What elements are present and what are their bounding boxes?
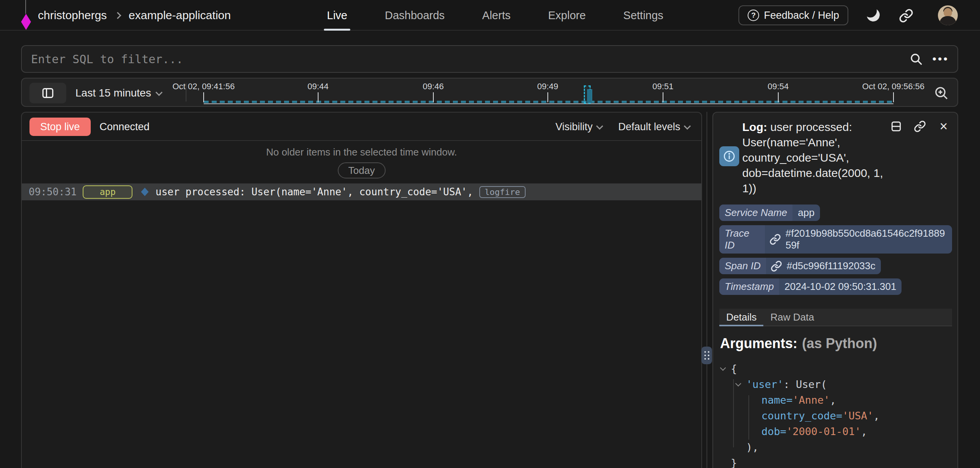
nav-tabs: LiveDashboardsAlertsExploreSettings (324, 0, 666, 31)
code-token: , (830, 394, 836, 406)
panel-resize-handle[interactable] (701, 347, 712, 364)
timeline-tick-label: 09:51 (652, 82, 673, 92)
sidebar-toggle-button[interactable] (29, 83, 66, 103)
time-range-dropdown[interactable]: Last 15 minutes (75, 79, 162, 108)
nav-tab-live[interactable]: Live (324, 0, 350, 31)
top-nav: christophergs example-application LiveDa… (0, 0, 980, 31)
field-chip-trace-id[interactable]: Trace ID#f2019b98b550cd8a61546c2f9188959… (719, 225, 952, 254)
arguments-heading: Arguments:(as Python) (720, 335, 877, 352)
code-token: 'user' (746, 378, 784, 390)
default-levels-label: Default levels (618, 121, 680, 133)
field-value: 2024-10-02 09:50:31.301 (779, 278, 902, 295)
code-line: country_code='USA', (720, 408, 950, 424)
nav-tab-dashboards[interactable]: Dashboards (382, 0, 448, 31)
field-chip-service-name[interactable]: Service Nameapp (719, 205, 820, 221)
timeline-tick-mark (663, 92, 663, 102)
collapse-chevron-icon[interactable] (720, 365, 726, 371)
nav-tab-settings[interactable]: Settings (620, 0, 666, 31)
close-panel-button[interactable]: × (937, 119, 951, 133)
timeline-tick-mark (433, 92, 434, 102)
scope-badge[interactable]: logfire (479, 186, 526, 198)
live-panel-header: Stop live Connected Visibility Default l… (22, 113, 701, 141)
code-line: } (720, 455, 950, 468)
timeline-tick-mark (893, 92, 894, 102)
field-value: #f2019b98b550cd8a61546c2f9188959f (782, 225, 952, 254)
breadcrumb-project[interactable]: example-application (129, 9, 231, 22)
today-button[interactable]: Today (338, 162, 385, 178)
visibility-dropdown[interactable]: Visibility (555, 121, 603, 133)
field-label: Service Name (719, 205, 792, 221)
detail-tab-details[interactable]: Details (719, 309, 763, 326)
timeline-tick-label: 09:49 (537, 82, 558, 92)
code-line: 'user': User( (720, 376, 950, 392)
logo-line (25, 0, 26, 14)
visibility-label: Visibility (555, 121, 593, 133)
log-row[interactable]: 09:50:31 app user processed: User(name='… (22, 183, 701, 200)
app-root: christophergs example-application LiveDa… (0, 0, 980, 468)
code-token: 'USA' (842, 410, 873, 422)
zoom-in-icon (934, 85, 949, 101)
link-icon[interactable] (771, 260, 782, 272)
filter-menu-icon[interactable]: ••• (932, 53, 949, 65)
link-icon[interactable] (769, 234, 781, 245)
empty-window-message: No older items in the selected time wind… (22, 146, 701, 158)
logo-diamond-icon (21, 14, 31, 30)
timeline-tick-mark (778, 92, 779, 102)
code-token: 'Anne' (792, 394, 830, 406)
chevron-right-icon (114, 12, 121, 19)
code-line: dob='2000-01-01', (720, 424, 950, 439)
code-token: , (874, 410, 880, 422)
field-chip-span-id[interactable]: Span ID#d5c996f11192033c (719, 258, 881, 274)
live-view-panel: Stop live Connected Visibility Default l… (21, 112, 702, 468)
share-link-button[interactable] (899, 8, 914, 24)
live-panel-controls: Visibility Default levels (555, 113, 691, 141)
span-diamond-icon (141, 188, 149, 196)
stop-live-button[interactable]: Stop live (29, 118, 91, 136)
timeline-tick-mark (318, 92, 318, 102)
breadcrumb: christophergs example-application (38, 0, 231, 31)
timeline-axis (204, 103, 893, 104)
log-message: user processed: User(name='Anne', countr… (155, 186, 473, 198)
code-token: : User( (784, 378, 827, 390)
default-levels-dropdown[interactable]: Default levels (618, 121, 691, 133)
moon-icon (865, 7, 881, 23)
copy-link-button[interactable] (913, 119, 927, 133)
feedback-help-label: Feedback / Help (764, 10, 839, 21)
timeline-zoom-button[interactable] (934, 85, 949, 101)
code-token: { (731, 363, 737, 375)
timeline-plot[interactable]: Oct 02, 09:41:5609:4409:4609:4909:5109:5… (171, 79, 944, 106)
toggle-panel-view-button[interactable] (889, 119, 903, 133)
code-token: } (731, 457, 737, 468)
code-line: ), (720, 439, 950, 455)
nav-tab-alerts[interactable]: Alerts (479, 0, 514, 31)
search-icon[interactable] (909, 52, 923, 66)
sql-filter-input[interactable] (22, 46, 909, 72)
user-avatar[interactable] (938, 5, 958, 25)
sidebar-toggle-icon (41, 87, 54, 100)
connection-status: Connected (100, 113, 150, 141)
nav-tab-explore[interactable]: Explore (545, 0, 589, 31)
arguments-code: {'user': User(name='Anne',country_code='… (720, 361, 950, 468)
collapse-chevron-icon[interactable] (735, 381, 742, 387)
dark-mode-toggle[interactable] (867, 8, 882, 24)
filter-bar-icons: ••• (909, 52, 957, 66)
field-label: Span ID (719, 258, 766, 274)
field-chip-timestamp[interactable]: Timestamp2024-10-02 09:50:31.301 (719, 278, 902, 295)
code-token: name= (761, 394, 792, 406)
code-token: country_code= (761, 410, 842, 422)
attribute-chips: Service NameappTrace ID#f2019b98b550cd8a… (719, 205, 952, 299)
timeline-histogram (204, 101, 893, 103)
timeline-spike-bar (587, 89, 592, 103)
breadcrumb-org[interactable]: christophergs (38, 9, 107, 22)
feedback-help-button[interactable]: ? Feedback / Help (738, 5, 848, 25)
arguments-subtitle: (as Python) (802, 335, 877, 351)
detail-tab-raw-data[interactable]: Raw Data (763, 309, 821, 326)
service-badge[interactable]: app (83, 185, 132, 199)
detail-title-kind: Log: (742, 121, 767, 133)
span-detail-panel: Log: user processed: User(name='Anne', c… (712, 112, 958, 468)
timeline-tick-label: Oct 02, 09:41:56 (172, 82, 235, 92)
field-label: Trace ID (719, 225, 765, 254)
code-token: dob= (761, 425, 786, 437)
code-line: name='Anne', (720, 392, 950, 408)
field-label: Timestamp (719, 278, 779, 295)
